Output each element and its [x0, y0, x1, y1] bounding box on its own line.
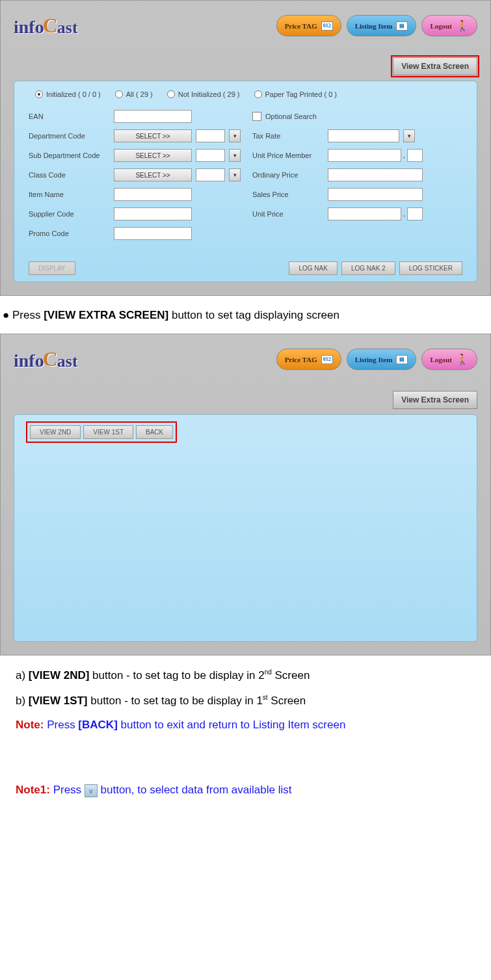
radio-not-initialized-label: Not Initialized ( 29 ): [178, 90, 240, 98]
class-label: Class Code: [29, 171, 110, 179]
radio-not-initialized[interactable]: Not Initialized ( 29 ): [167, 90, 240, 98]
bottom-buttons: DISPLAY LOG NAK LOG NAK 2 LOG STICKER: [29, 261, 462, 275]
header: info C ast Price TAG 012 Listing Item ▤ …: [14, 14, 477, 38]
header: info C ast Price TAG 012 Listing Item ▤ …: [14, 347, 477, 371]
decimal-dot: .: [403, 151, 405, 160]
note-bold: [BACK]: [78, 719, 117, 731]
dept-label: Department Code: [29, 132, 110, 140]
dept-dropdown-button[interactable]: ▾: [229, 129, 241, 142]
logo-c: C: [43, 14, 58, 38]
subdept-dropdown-button[interactable]: ▾: [229, 149, 241, 162]
price-tag-label: Price TAG: [285, 22, 317, 30]
unit-input-minor[interactable]: [407, 207, 423, 220]
line-a-end: Screen: [272, 669, 310, 682]
app-window-1: info C ast Price TAG 012 Listing Item ▤ …: [0, 0, 491, 296]
logout-button[interactable]: Logout 🚶: [421, 15, 477, 36]
listing-item-button[interactable]: Listing Item ▤: [347, 349, 417, 370]
line-a-sup: nd: [265, 669, 272, 676]
view-2nd-button[interactable]: VIEW 2ND: [30, 425, 81, 439]
promo-label: Promo Code: [29, 230, 110, 237]
radio-all[interactable]: All ( 29 ): [115, 90, 153, 98]
note-end: button to exit and return to Listing Ite…: [118, 719, 346, 731]
radio-row: Initialized ( 0 / 0 ) All ( 29 ) Not Ini…: [29, 90, 462, 98]
log-sticker-button[interactable]: LOG STICKER: [399, 261, 462, 275]
doc-line-b: b) [VIEW 1ST] button - to set tag to be …: [16, 694, 491, 708]
optional-search-label: Optional Search: [265, 113, 317, 120]
back-button[interactable]: BACK: [136, 425, 173, 439]
class-select-button[interactable]: SELECT >>: [114, 168, 192, 181]
sales-label: Sales Price: [252, 191, 324, 198]
price-tag-badge-icon: 012: [321, 21, 333, 31]
line-a-mid: button - to set tag to be display in 2: [89, 669, 264, 682]
tax-dropdown-button[interactable]: ▾: [403, 129, 415, 142]
dept-select-button[interactable]: SELECT >>: [114, 129, 192, 142]
display-button[interactable]: DISPLAY: [29, 261, 75, 275]
note1-pre: Press: [50, 784, 85, 796]
sales-input[interactable]: [328, 188, 423, 201]
radio-paper-tag-label: Paper Tag Printed ( 0 ): [265, 90, 337, 98]
bullet-bold: [VIEW EXTRA SCREEN]: [44, 309, 168, 321]
listing-item-button[interactable]: Listing Item ▤: [347, 15, 417, 36]
class-dropdown-button[interactable]: ▾: [229, 168, 241, 181]
note-pre: Press: [44, 719, 78, 731]
radio-initialized[interactable]: Initialized ( 0 / 0 ): [35, 90, 101, 98]
view-extra-screen-button[interactable]: View Extra Screen: [393, 391, 477, 409]
tax-label: Tax Rate: [252, 132, 324, 140]
ean-label: EAN: [29, 113, 110, 120]
listing-item-icon: ▤: [396, 355, 408, 364]
exit-icon: 🚶: [456, 20, 469, 32]
line-a-bold: [VIEW 2ND]: [29, 669, 90, 682]
supplier-label: Supplier Code: [29, 210, 110, 218]
logo: info C ast: [14, 14, 78, 38]
subdept-select-button[interactable]: SELECT >>: [114, 149, 192, 162]
upm-input-major[interactable]: [328, 149, 401, 162]
bullet-tail: button to set tag displaying screen: [168, 309, 339, 321]
radio-dot-icon: [35, 90, 43, 98]
log-nak-button[interactable]: LOG NAK: [289, 261, 337, 275]
listing-item-icon: ▤: [396, 21, 408, 31]
doc-line-a: a) [VIEW 2ND] button - to set tag to be …: [16, 669, 491, 682]
price-tag-button[interactable]: Price TAG 012: [276, 349, 341, 370]
radio-dot-icon: [167, 90, 175, 98]
log-nak2-button[interactable]: LOG NAK 2: [341, 261, 395, 275]
class-code-input[interactable]: [196, 168, 225, 181]
upm-input-minor[interactable]: [407, 149, 423, 162]
dept-code-input[interactable]: [196, 129, 225, 142]
logo-info: info: [14, 351, 44, 371]
promo-input[interactable]: [114, 227, 192, 240]
view-1st-button[interactable]: VIEW 1ST: [83, 425, 133, 439]
ord-label: Ordinary Price: [252, 171, 324, 179]
subdept-code-input[interactable]: [196, 149, 225, 162]
optional-search-checkbox[interactable]: [252, 112, 261, 121]
logo-c: C: [43, 347, 58, 371]
note1-end: button, to select data from available li…: [98, 784, 292, 796]
price-tag-label: Price TAG: [285, 356, 317, 364]
listing-item-label: Listing Item: [355, 22, 393, 30]
line-b-end: Screen: [268, 694, 306, 706]
view-buttons-group: VIEW 2ND VIEW 1ST BACK: [29, 424, 174, 440]
subdept-label: Sub Department Code: [29, 152, 110, 159]
nav-buttons: Price TAG 012 Listing Item ▤ Logout 🚶: [276, 15, 477, 36]
ord-input[interactable]: [328, 168, 423, 181]
logo: info C ast: [14, 347, 78, 371]
bullet-pre: Press: [12, 309, 44, 321]
note-label: Note:: [16, 719, 44, 731]
logout-button[interactable]: Logout 🚶: [421, 349, 477, 370]
logout-label: Logout: [430, 22, 452, 30]
item-input[interactable]: [114, 188, 192, 201]
ean-input[interactable]: [114, 110, 192, 123]
doc-note1: Note1: Press v button, to select data fr…: [16, 784, 491, 797]
logo-ast: ast: [57, 352, 78, 371]
tax-input[interactable]: [328, 129, 399, 142]
extra-screen-panel: VIEW 2ND VIEW 1ST BACK: [14, 414, 477, 642]
unit-input-major[interactable]: [328, 207, 401, 220]
radio-paper-tag[interactable]: Paper Tag Printed ( 0 ): [254, 90, 337, 98]
line-b-pre: b): [16, 694, 29, 706]
view-extra-screen-button[interactable]: View Extra Screen: [393, 57, 477, 75]
line-b-bold: [VIEW 1ST]: [29, 694, 88, 706]
chevron-down-icon: v: [85, 784, 98, 797]
price-tag-button[interactable]: Price TAG 012: [276, 15, 341, 36]
view-extra-row: View Extra Screen: [14, 57, 477, 75]
supplier-input[interactable]: [114, 207, 192, 220]
radio-all-label: All ( 29 ): [126, 90, 153, 98]
